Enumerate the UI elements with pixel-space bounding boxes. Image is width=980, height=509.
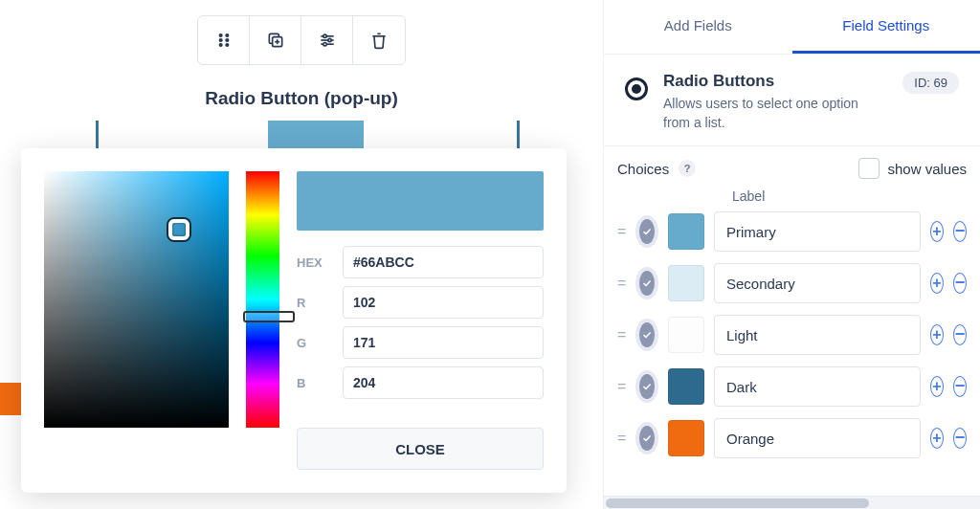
add-choice-button[interactable]: + [930,273,944,294]
duplicate-button[interactable] [250,16,301,64]
color-preview [297,171,544,231]
field-type-description: Allows users to select one option from a… [663,95,887,132]
radio-icon [625,77,648,100]
b-label: B [297,376,331,390]
tab-add-fields[interactable]: Add Fields [604,0,792,54]
delete-button[interactable] [353,16,405,64]
remove-choice-button[interactable]: − [953,273,967,294]
show-values-label: show values [887,161,967,177]
add-choice-button[interactable]: + [930,428,944,449]
field-toolbar [197,15,406,65]
remove-choice-button[interactable]: − [953,376,967,397]
sv-handle[interactable] [168,219,189,240]
g-label: G [297,336,331,350]
choices-label: Choices [617,161,669,177]
remove-choice-button[interactable]: − [953,324,967,345]
choice-label-input[interactable] [714,263,921,303]
choice-color-swatch[interactable] [668,213,704,250]
close-button[interactable]: CLOSE [297,428,544,470]
picker-values: HEX R G B CLOSE [297,171,544,470]
hex-label: HEX [297,255,331,270]
svg-point-2 [219,39,222,42]
svg-point-5 [226,44,229,47]
choice-row: = + − [617,315,967,355]
drag-handle-icon[interactable]: = [617,223,626,240]
drag-handle-icon[interactable]: = [617,378,626,395]
g-input[interactable] [343,326,544,359]
hue-slider[interactable] [246,171,279,428]
svg-point-12 [323,34,325,37]
choice-row: = + − [617,418,967,458]
settings-button[interactable] [301,16,353,64]
drag-button[interactable] [198,16,250,64]
choice-color-swatch[interactable] [668,420,704,456]
svg-point-3 [226,39,229,42]
add-choice-button[interactable]: + [930,376,944,397]
choice-select-toggle[interactable] [635,319,658,351]
scrollbar-thumb[interactable] [606,498,869,508]
choice-row: = + − [617,263,967,303]
tab-field-settings[interactable]: Field Settings [792,0,981,54]
horizontal-scrollbar[interactable] [604,496,980,509]
hue-handle[interactable] [243,311,295,322]
svg-point-13 [327,38,330,41]
r-label: R [297,296,331,310]
r-input[interactable] [343,286,544,319]
decorative-bar [96,121,99,149]
panel-tabs: Add Fields Field Settings [604,0,980,55]
field-id-badge: ID: 69 [902,72,959,94]
choice-select-toggle[interactable] [635,267,658,299]
svg-point-4 [219,44,222,47]
right-panel: Add Fields Field Settings Radio Buttons … [603,0,980,509]
svg-point-0 [219,34,222,37]
b-input[interactable] [343,366,544,399]
field-title: Radio Button (pop-up) [205,88,398,109]
drag-handle-icon[interactable]: = [617,275,626,292]
choice-label-input[interactable] [714,418,921,458]
remove-choice-button[interactable]: − [953,221,967,242]
field-type-title: Radio Buttons [663,72,887,91]
help-icon[interactable]: ? [679,160,696,177]
drag-handle-icon[interactable]: = [617,430,626,447]
add-choice-button[interactable]: + [930,221,944,242]
choice-select-toggle[interactable] [635,370,658,403]
svg-point-14 [323,43,325,46]
choice-color-swatch[interactable] [668,317,704,353]
column-header-label: Label [617,188,967,204]
field-header: Radio Buttons Allows users to select one… [604,55,980,146]
main-canvas: Radio Button (pop-up) HEX R [0,0,603,509]
choice-row: = + − [617,211,967,252]
choice-label-input[interactable] [714,211,921,252]
choice-label-input[interactable] [714,366,921,407]
choice-label-input[interactable] [714,315,921,355]
saturation-value-panel[interactable] [44,171,229,428]
show-values-checkbox[interactable] [858,158,880,179]
choice-select-toggle[interactable] [635,215,658,248]
choice-color-swatch[interactable] [668,265,704,301]
hex-input[interactable] [343,246,544,278]
remove-choice-button[interactable]: − [953,428,967,449]
show-values-toggle[interactable]: show values [858,158,967,179]
choice-select-toggle[interactable] [635,422,658,454]
choice-row: = + − [617,366,967,407]
svg-point-1 [226,34,229,37]
add-choice-button[interactable]: + [930,324,944,345]
choice-color-swatch[interactable] [668,368,704,405]
drag-handle-icon[interactable]: = [617,326,626,343]
color-picker-popup: HEX R G B CLOSE [21,148,567,493]
choices-section: Choices ? show values Label = + − = + − … [604,146,980,496]
